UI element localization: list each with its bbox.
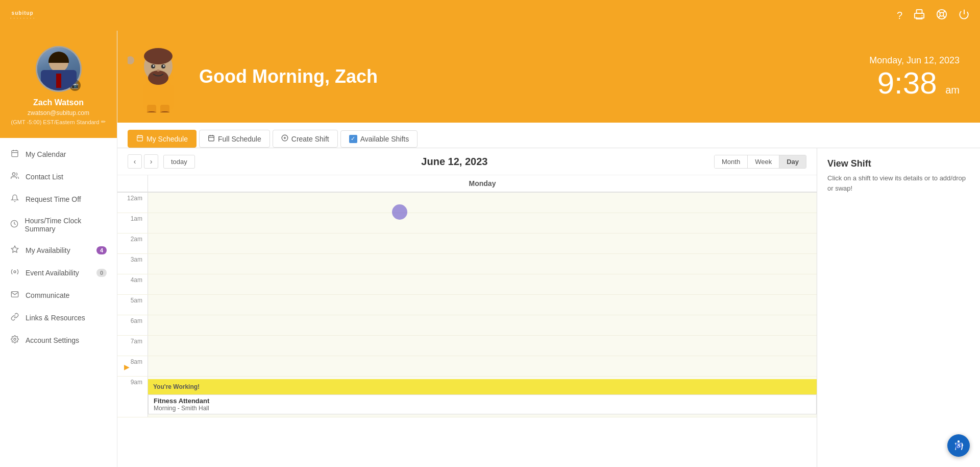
svg-point-21 — [144, 48, 173, 64]
support-icon[interactable] — [936, 9, 947, 22]
svg-point-27 — [157, 69, 160, 72]
time-cell — [148, 336, 817, 356]
communicate-icon — [10, 290, 19, 300]
sidebar-item-label: Request Time Off — [26, 195, 81, 203]
tab-full-schedule[interactable]: Full Schedule — [199, 130, 270, 148]
time-cell — [148, 193, 817, 213]
hours-icon — [10, 220, 19, 230]
full-schedule-icon — [208, 134, 215, 143]
time-label: 3am — [117, 254, 148, 274]
sidebar-item-contact-list[interactable]: Contact List — [0, 166, 117, 188]
view-shift-panel: View Shift Click on a shift to view its … — [817, 148, 980, 467]
view-shift-description: Click on a shift to view its details or … — [827, 173, 970, 193]
sidebar-item-label: My Calendar — [26, 150, 66, 158]
edit-timezone-icon[interactable]: ✏ — [101, 119, 106, 125]
sidebar-item-hours[interactable]: Hours/Time Clock Summary — [0, 211, 117, 239]
power-icon[interactable] — [959, 9, 970, 22]
shift-title: Fitness Attendant — [154, 397, 811, 405]
time-cell — [148, 233, 817, 253]
svg-point-45 — [958, 440, 960, 442]
help-icon[interactable]: ? — [897, 10, 902, 21]
svg-point-18 — [14, 338, 16, 340]
tab-my-schedule[interactable]: My Schedule — [128, 130, 197, 148]
time-label: 4am — [117, 274, 148, 294]
profile-email: zwatson@subitup.com — [28, 109, 89, 116]
time-label: 1am — [117, 213, 148, 233]
time-row-6am: 6am — [117, 315, 817, 336]
time-cell — [148, 213, 817, 233]
mascot — [128, 41, 189, 112]
sidebar-item-label: Contact List — [26, 173, 63, 181]
time-cell-9am: You're Working! Fitness Attendant Mornin… — [148, 377, 817, 417]
prev-button[interactable]: ‹ — [128, 154, 142, 169]
time-cell — [148, 295, 817, 315]
sidebar-item-communicate[interactable]: Communicate — [0, 284, 117, 307]
accessibility-button[interactable]: ♿ — [947, 434, 970, 457]
tab-create-shift[interactable]: Create Shift — [273, 130, 338, 148]
svg-rect-30 — [160, 105, 169, 112]
profile-timezone: (GMT -5:00) EST/Eastern Standard ✏ — [11, 119, 106, 125]
time-label: 5am — [117, 295, 148, 315]
shift-details[interactable]: Fitness Attendant Morning - Smith Hall — [148, 394, 817, 414]
svg-text:♿: ♿ — [955, 442, 962, 449]
svg-point-17 — [14, 271, 16, 273]
month-view-btn[interactable]: Month — [715, 155, 748, 168]
sidebar-profile: 📷 Zach Watson zwatson@subitup.com (GMT -… — [0, 31, 117, 138]
header-icons: ? — [897, 9, 970, 22]
time-row-9am: 9am You're Working! Fitness Attendant Mo… — [117, 377, 817, 417]
my-schedule-icon — [136, 134, 143, 143]
main-layout: 📷 Zach Watson zwatson@subitup.com (GMT -… — [0, 31, 980, 467]
top-header: subitup · · · · · · · · ? — [0, 0, 980, 31]
app-logo[interactable]: subitup · · · · · · · · — [10, 10, 35, 20]
calendar-controls: ‹ › today June 12, 2023 Month Week Day — [117, 148, 817, 175]
banner-datetime: Monday, Jun 12, 2023 9:38 am — [869, 55, 960, 99]
time-row-2am: 2am — [117, 233, 817, 254]
today-button[interactable]: today — [163, 155, 195, 169]
time-label: 7am — [117, 336, 148, 356]
time-row-7am: 7am — [117, 336, 817, 356]
time-cell — [148, 315, 817, 335]
profile-name: Zach Watson — [33, 98, 84, 107]
print-icon[interactable] — [914, 9, 925, 22]
calendar-grid: Monday 12am 1am 2am — [117, 175, 817, 467]
avatar-container: 📷 — [36, 46, 82, 92]
svg-point-4 — [940, 12, 943, 16]
sidebar-item-settings[interactable]: Account Settings — [0, 329, 117, 352]
svg-rect-29 — [147, 105, 156, 112]
time-label: 6am — [117, 315, 148, 335]
svg-point-22 — [148, 71, 168, 85]
working-bar[interactable]: You're Working! — [148, 379, 817, 394]
links-icon — [10, 313, 19, 323]
calendar-title: June 12, 2023 — [200, 156, 709, 168]
view-toggle: Month Week Day — [714, 155, 806, 169]
sidebar-item-event-availability[interactable]: Event Availability 0 — [0, 262, 117, 284]
next-button[interactable]: › — [144, 154, 158, 169]
greeting-text: Good Morning, Zach — [199, 66, 378, 87]
sidebar-item-time-off[interactable]: Request Time Off — [0, 188, 117, 211]
svg-rect-10 — [12, 151, 18, 157]
time-row-5am: 5am — [117, 295, 817, 315]
day-label: Monday — [148, 175, 817, 192]
sidebar-nav: My Calendar Contact List Request Time Of… — [0, 138, 117, 467]
sidebar-item-label: Communicate — [26, 291, 69, 299]
svg-line-7 — [939, 15, 941, 17]
tab-available-shifts[interactable]: ✓ Available Shifts — [340, 130, 418, 148]
schedule-section: My Schedule Full Schedule Create Shift ✓ — [117, 123, 980, 467]
svg-point-26 — [163, 65, 165, 67]
day-view-btn[interactable]: Day — [779, 155, 806, 168]
sidebar-item-label: Event Availability — [26, 269, 79, 277]
week-view-btn[interactable]: Week — [748, 155, 779, 168]
availability-badge: 4 — [96, 246, 107, 254]
sidebar-item-availability[interactable]: My Availability 4 — [0, 239, 117, 262]
sidebar-item-links[interactable]: Links & Resources — [0, 307, 117, 329]
timeoff-icon — [10, 194, 19, 204]
sidebar-item-calendar[interactable]: My Calendar — [0, 143, 117, 166]
time-row-1am: 1am — [117, 213, 817, 233]
svg-rect-0 — [917, 9, 922, 13]
sidebar-item-label: Hours/Time Clock Summary — [25, 217, 107, 233]
orange-arrow-indicator: ▶ — [124, 363, 130, 371]
svg-point-2 — [922, 15, 923, 16]
time-row-12am: 12am — [117, 193, 817, 213]
welcome-banner: Good Morning, Zach Monday, Jun 12, 2023 … — [117, 31, 980, 123]
svg-rect-33 — [137, 135, 143, 141]
